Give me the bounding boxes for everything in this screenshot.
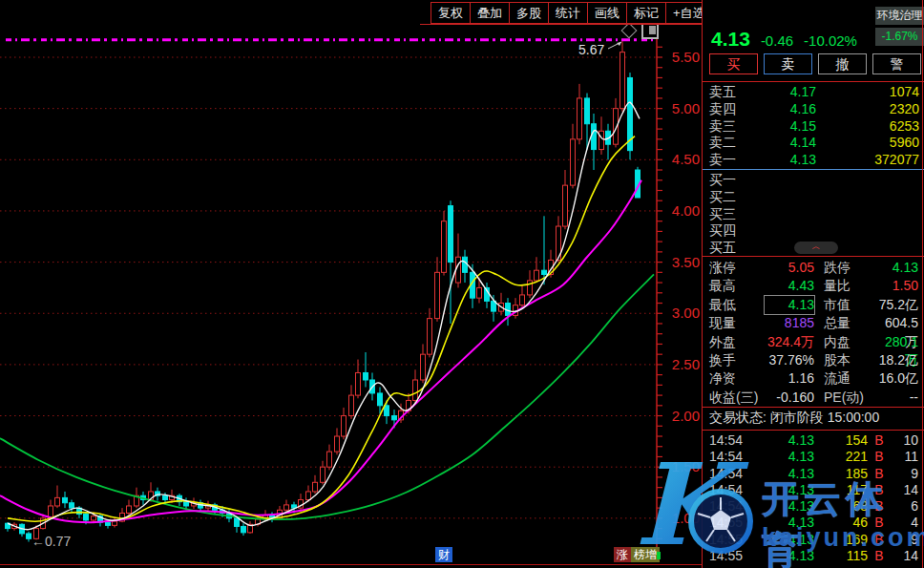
tick-side: B: [868, 498, 891, 515]
tick-price: 4.13: [751, 498, 814, 515]
bid-row-price: [753, 172, 816, 189]
tick-time: 14:54: [709, 466, 751, 482]
tick-side: B: [868, 515, 891, 531]
tick-price: 4.13: [751, 515, 814, 531]
bang-zeng-tag[interactable]: 榜增: [631, 547, 660, 562]
bid-row[interactable]: 买一: [702, 172, 924, 189]
tick-side: B: [868, 548, 891, 564]
sector-change: -1.67%: [875, 28, 924, 46]
divider: [702, 256, 924, 257]
tick-count: 14: [891, 482, 918, 498]
stat-value: 1.16: [765, 369, 814, 388]
buy-button[interactable]: 买: [709, 53, 758, 74]
stat-label: 净资: [709, 369, 765, 388]
toolbar-button-统计[interactable]: 统计: [548, 2, 588, 24]
stat-value: 5.05: [765, 259, 814, 277]
tick-price: 4.13: [751, 548, 814, 564]
stat-value: -0.160: [765, 389, 814, 407]
tick-price: 4.13: [751, 466, 814, 482]
kline-chart[interactable]: 5.505.004.504.003.503.002.502.001.501.00…: [0, 0, 702, 568]
tick-price: 4.13: [751, 449, 814, 465]
ask-row-label: 卖五: [709, 84, 753, 101]
bid-row-volume: [816, 222, 919, 240]
stat-label: 流通: [814, 369, 872, 388]
toolbar-button-多股[interactable]: 多股: [509, 2, 549, 24]
ask-row[interactable]: 卖三4.156253: [702, 118, 924, 136]
tick-count: 14: [891, 548, 918, 564]
price-axis-label: 4.00: [672, 202, 700, 219]
tick-price: 4.13: [751, 432, 814, 449]
stat-label: 市值: [814, 296, 872, 314]
sell-button[interactable]: 卖: [764, 53, 812, 74]
tick-side: B: [868, 432, 891, 449]
stat-value: 37.76%: [765, 351, 814, 369]
bid-row-label: 买五: [709, 240, 753, 257]
stat-label: 换手: [709, 351, 765, 369]
quote-panel: 环境治理 -1.67% 4.13 -0.46 -10.02% 买卖撤警 卖五4.…: [702, 0, 924, 568]
tick-list[interactable]: 14:544.13154B1014:544.13221B1114:544.131…: [702, 432, 924, 564]
stat-row: 涨停5.05跌停4.13: [702, 259, 924, 277]
tick-side: B: [868, 449, 891, 465]
tick-row[interactable]: 14:544.13185B9: [702, 466, 924, 482]
sector-label[interactable]: 环境治理: [875, 7, 924, 25]
tick-row[interactable]: 14:544.1368B6: [702, 498, 924, 515]
tick-volume: 185: [814, 466, 868, 482]
price-axis-label: 5.00: [672, 100, 700, 116]
tick-time: 14:54: [709, 449, 751, 465]
price-axis-label: 1.50: [672, 458, 700, 474]
tick-row[interactable]: 14:544.13154B10: [702, 432, 924, 449]
ask-row-volume: 372077: [816, 152, 919, 169]
tick-side: B: [868, 532, 891, 548]
stat-row: 现量8185总量604.5万: [702, 314, 924, 332]
bid-row-volume: [816, 206, 919, 223]
stat-row: 换手37.76%股本18.2亿: [702, 351, 924, 369]
toolbar-button-叠加[interactable]: 叠加: [470, 2, 510, 24]
bid-row-label: 买一: [709, 172, 753, 189]
toolbar-button-画线[interactable]: 画线: [587, 2, 627, 24]
stat-label: 涨停: [709, 259, 765, 277]
tick-row[interactable]: 14:554.1346B4: [702, 515, 924, 531]
ask-row[interactable]: 卖五4.171074: [702, 84, 924, 101]
finance-tag[interactable]: 财: [435, 547, 452, 562]
tick-row[interactable]: 14:544.13117B14: [702, 482, 924, 498]
price-axis-label: 2.00: [672, 408, 700, 424]
mid-price-line: [702, 169, 924, 170]
tick-time: 14:54: [709, 482, 751, 498]
panel-left-border: [702, 0, 703, 568]
bid-row-price: [753, 222, 816, 240]
collapse-book-button[interactable]: ︿: [794, 242, 838, 254]
toolbar-underline: [420, 24, 704, 25]
bid-row[interactable]: 买二: [702, 189, 924, 206]
price-axis-label: 4.50: [672, 151, 700, 167]
tick-count: 11: [891, 449, 918, 465]
toolbar-button-标记[interactable]: 标记: [626, 2, 666, 24]
stat-value: --: [872, 389, 918, 407]
ma-mid-yellow-line: [8, 137, 635, 522]
ask-row-label: 卖二: [709, 135, 753, 152]
stat-row: 最低4.13市值75.2亿: [702, 296, 924, 314]
alert-button[interactable]: 警: [872, 53, 921, 74]
stat-row: 外盘324.4万内盘280.1万: [702, 333, 924, 351]
bid-row[interactable]: 买三: [702, 206, 924, 223]
ask-row-price: 4.16: [753, 101, 816, 118]
tick-row[interactable]: 14:544.13221B11: [702, 449, 924, 465]
toolbar-button-复权[interactable]: 复权: [430, 2, 471, 24]
tick-row[interactable]: 14:554.13169B9: [702, 532, 924, 548]
bid-row[interactable]: 买四: [702, 222, 924, 240]
ask-row[interactable]: 卖四4.162320: [702, 101, 924, 118]
restore-window-icon[interactable]: [641, 23, 659, 39]
ask-row-volume: 5960: [816, 135, 919, 152]
ask-row-volume: 6253: [816, 118, 919, 136]
high-price-annotation: 5.67: [578, 42, 604, 57]
rise-tag[interactable]: 涨: [614, 547, 631, 562]
tick-side: B: [868, 466, 891, 482]
ask-row[interactable]: 卖二4.145960: [702, 135, 924, 152]
ask-row[interactable]: 卖一4.13372077: [702, 152, 924, 169]
panel-right-border: [922, 0, 923, 568]
last-price: 4.13: [711, 28, 750, 51]
cancel-button[interactable]: 撤: [818, 53, 867, 74]
tick-volume: 154: [814, 432, 868, 449]
tick-row[interactable]: 14:554.13115B14: [702, 548, 924, 564]
tick-count: 4: [891, 515, 918, 531]
tick-volume: 169: [814, 532, 868, 548]
